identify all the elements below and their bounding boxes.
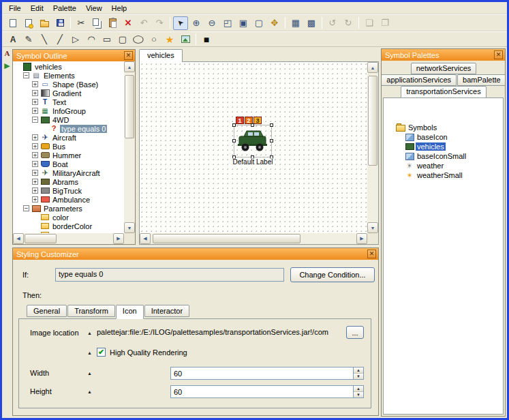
zoom-window-button[interactable]: ◰	[220, 16, 235, 30]
high-quality-checkbox[interactable]: ✔	[97, 348, 106, 357]
design-canvas[interactable]: 123	[139, 61, 379, 245]
change-condition-button[interactable]: Change Condition...	[290, 267, 375, 282]
scrollbar-thumb[interactable]	[25, 234, 57, 243]
expander-plus-icon[interactable]: +	[32, 99, 38, 105]
palette-item-vehicles[interactable]: vehicles	[386, 142, 503, 151]
expander-plus-icon[interactable]: +	[32, 81, 38, 87]
annotation-tool-button[interactable]: A	[3, 49, 12, 58]
expander-plus-icon[interactable]: +	[32, 161, 38, 167]
expander-plus-icon[interactable]: +	[32, 90, 38, 96]
height-spinner[interactable]: 60 ▲ ▼	[170, 385, 364, 398]
outline-item-bigtruck[interactable]: +BigTruck	[13, 186, 124, 195]
scrollbar-thumb[interactable]	[125, 75, 134, 138]
snap-to-grid-button[interactable]: ▩	[304, 16, 319, 30]
outline-item-abrams[interactable]: +Abrams	[13, 177, 124, 186]
outline-item-ambulance[interactable]: +Ambulance	[13, 195, 124, 204]
new-from-template-button[interactable]	[21, 16, 36, 30]
outline-item-boat[interactable]: +Boat	[13, 160, 124, 168]
fill-color-button[interactable]: ■	[199, 33, 214, 46]
menu-help[interactable]: Help	[107, 3, 132, 14]
rectangle-tool-button[interactable]: ▭	[99, 33, 114, 46]
ungroup-button[interactable]: ❐	[377, 16, 392, 30]
menu-palette[interactable]: Palette	[48, 3, 81, 14]
polygon-tool-button[interactable]: ▷	[68, 33, 83, 46]
undo-button[interactable]: ↶	[136, 16, 151, 30]
outline-item-aircraft[interactable]: +Aircraft	[13, 133, 124, 142]
ellipse-tool-button[interactable]: ◯	[131, 33, 146, 46]
palette-item-baseiconsmall[interactable]: baseIconSmall	[386, 151, 503, 161]
zoom-out-button[interactable]: ⊖	[204, 16, 219, 30]
scroll-left-button[interactable]: ◀	[13, 233, 24, 244]
expander-plus-icon[interactable]: +	[32, 134, 38, 140]
advanced-marker-icon[interactable]: ▲	[87, 371, 92, 376]
expander-plus-icon[interactable]: +	[32, 179, 38, 185]
rotate-ccw-button[interactable]: ↺	[325, 16, 340, 30]
expander-plus-icon[interactable]: +	[32, 170, 38, 176]
advanced-marker-icon[interactable]: ▲	[87, 350, 92, 355]
rounded-rectangle-tool-button[interactable]: ▢	[115, 33, 130, 46]
scrollbar-track[interactable]	[124, 72, 135, 222]
text-tool-button[interactable]: A	[5, 33, 20, 46]
new-button[interactable]	[5, 16, 20, 30]
expander-plus-icon[interactable]: +	[32, 196, 38, 202]
delete-button[interactable]: ✕	[121, 16, 136, 30]
close-palettes-button[interactable]: ✕	[494, 50, 503, 59]
scrollbar-track[interactable]	[24, 233, 113, 244]
customizer-tab-general[interactable]: General	[27, 305, 67, 317]
resize-handle-w[interactable]	[232, 139, 236, 142]
height-value[interactable]: 60	[171, 386, 353, 397]
close-outline-button[interactable]: ✕	[124, 51, 133, 60]
outline-item-bus[interactable]: +Bus	[13, 142, 124, 151]
port-marker-1[interactable]: 1	[236, 117, 244, 124]
customizer-tab-interactor[interactable]: Interactor	[144, 305, 189, 317]
canvas-horizontal-scrollbar[interactable]: ◀ ▶	[140, 233, 367, 244]
group-button[interactable]: ❏	[362, 16, 377, 30]
customizer-tab-transform[interactable]: Transform	[67, 305, 115, 317]
resize-handle-ne[interactable]	[270, 123, 273, 127]
palette-item-symbols[interactable]: Symbols	[386, 123, 503, 132]
expander-minus-icon[interactable]: −	[23, 72, 29, 78]
spin-up-button[interactable]: ▲	[354, 368, 363, 374]
outline-item-color[interactable]: color	[13, 213, 124, 222]
width-value[interactable]: 60	[171, 368, 353, 379]
scrollbar-thumb[interactable]	[153, 234, 300, 243]
paste-button[interactable]	[105, 16, 120, 30]
copy-button[interactable]	[89, 16, 104, 30]
expander-minus-icon[interactable]: −	[32, 117, 38, 123]
run-preview-button[interactable]: ▶	[3, 61, 12, 70]
outline-item-infogroup[interactable]: +InfoGroup	[13, 106, 124, 115]
scroll-up-button[interactable]: ▲	[124, 61, 135, 72]
resize-handle-nw[interactable]	[232, 123, 236, 127]
palette-item-baseicon[interactable]: baseIcon	[386, 132, 503, 142]
menu-edit[interactable]: Edit	[26, 3, 48, 14]
advanced-marker-icon[interactable]: ▲	[87, 389, 92, 394]
customizer-tab-icon[interactable]: Icon	[116, 305, 144, 319]
expander-plus-icon[interactable]: +	[32, 143, 38, 149]
palette-tab-bampalette[interactable]: bamPalette	[457, 74, 506, 86]
close-customizer-button[interactable]: ✕	[367, 250, 376, 258]
arc-tool-button[interactable]: ◠	[84, 33, 99, 46]
rotate-cw-button[interactable]: ↻	[341, 16, 356, 30]
palette-item-weather[interactable]: weather	[386, 161, 503, 170]
zoom-selection-button[interactable]: ▣	[236, 16, 251, 30]
outline-item-parameters[interactable]: −Parameters	[13, 204, 124, 213]
outline-item-bordercolor[interactable]: borderColor	[13, 222, 124, 230]
outline-item-hummer[interactable]: +Hummer	[13, 151, 124, 160]
menu-view[interactable]: View	[81, 3, 107, 14]
scroll-right-button[interactable]: ▶	[113, 233, 124, 244]
port-marker-3[interactable]: 3	[253, 117, 262, 124]
polyline-tool-button[interactable]: ╱	[52, 33, 67, 46]
canvas-tab-vehicles[interactable]: vehicles	[139, 49, 183, 62]
pan-tool-button[interactable]: ✥	[267, 16, 282, 30]
selected-symbol[interactable]: 123	[234, 125, 272, 158]
scrollbar-thumb[interactable]	[368, 76, 377, 165]
select-tool-button[interactable]: ➤	[173, 16, 188, 30]
palette-tab-networkservices[interactable]: networkServices	[411, 63, 477, 74]
scrollbar-track[interactable]	[367, 73, 378, 222]
spin-down-button[interactable]: ▼	[354, 392, 363, 397]
circle-tool-button[interactable]: ○	[146, 33, 161, 46]
scroll-right-button[interactable]: ▶	[356, 233, 367, 244]
scroll-up-button[interactable]: ▲	[367, 62, 378, 73]
scroll-down-button[interactable]: ▼	[367, 222, 378, 233]
zoom-in-button[interactable]: ⊕	[189, 16, 204, 30]
